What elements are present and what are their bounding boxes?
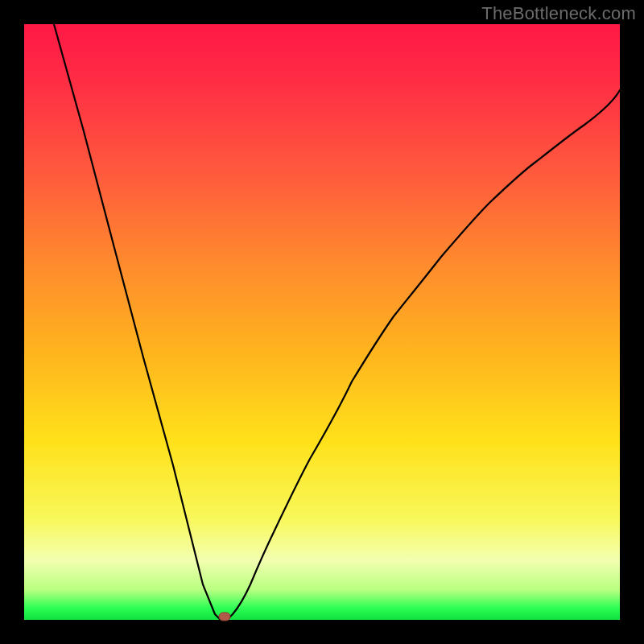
chart-stage: TheBottleneck.com (0, 0, 644, 644)
curve-layer (24, 24, 620, 620)
watermark-text: TheBottleneck.com (481, 3, 636, 24)
bottleneck-curve (54, 24, 620, 620)
minimum-marker (219, 613, 230, 621)
plot-area (24, 24, 620, 620)
